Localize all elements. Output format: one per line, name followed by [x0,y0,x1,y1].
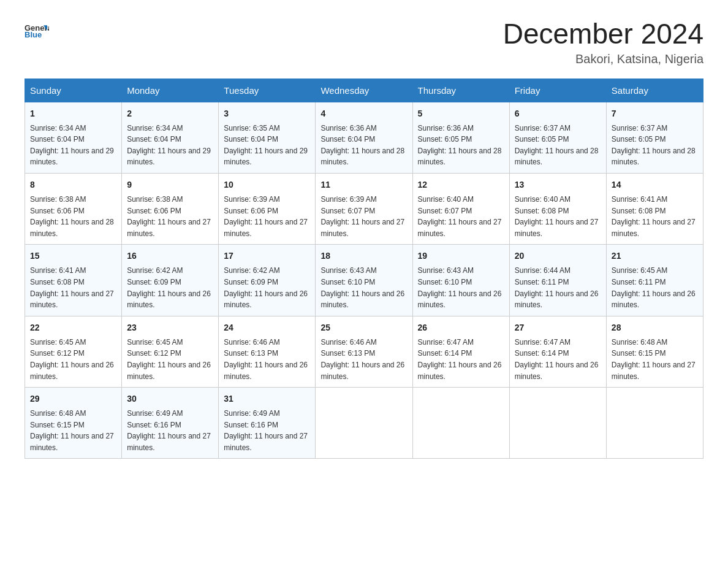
header-cell-monday: Monday [122,79,219,102]
header-cell-friday: Friday [509,79,606,102]
calendar-cell: 26Sunrise: 6:47 AMSunset: 6:14 PMDayligh… [412,316,509,387]
day-number: 8 [30,178,116,191]
day-number: 10 [224,178,310,191]
logo-icon: General Blue [25,18,49,43]
calendar-cell: 25Sunrise: 6:46 AMSunset: 6:13 PMDayligh… [316,316,412,387]
day-info: Sunrise: 6:37 AMSunset: 6:05 PMDaylight:… [612,123,698,168]
calendar-cell: 6Sunrise: 6:37 AMSunset: 6:05 PMDaylight… [509,102,606,173]
day-info: Sunrise: 6:40 AMSunset: 6:07 PMDaylight:… [418,194,504,239]
calendar-cell: 12Sunrise: 6:40 AMSunset: 6:07 PMDayligh… [412,173,509,244]
calendar-cell [606,388,703,459]
calendar-cell: 11Sunrise: 6:39 AMSunset: 6:07 PMDayligh… [316,173,412,244]
calendar-cell: 2Sunrise: 6:34 AMSunset: 6:04 PMDaylight… [122,102,219,173]
day-number: 18 [320,250,407,262]
day-number: 20 [515,250,601,262]
day-info: Sunrise: 6:42 AMSunset: 6:09 PMDaylight:… [127,265,213,310]
calendar-cell: 31Sunrise: 6:49 AMSunset: 6:16 PMDayligh… [219,388,316,459]
day-info: Sunrise: 6:42 AMSunset: 6:09 PMDaylight:… [224,265,310,310]
day-info: Sunrise: 6:39 AMSunset: 6:07 PMDaylight:… [320,194,407,239]
calendar-week-1: 1Sunrise: 6:34 AMSunset: 6:04 PMDaylight… [25,102,703,173]
calendar-week-4: 22Sunrise: 6:45 AMSunset: 6:12 PMDayligh… [25,316,703,387]
header-row: SundayMondayTuesdayWednesdayThursdayFrid… [25,79,703,102]
day-number: 30 [127,393,213,405]
day-number: 6 [515,107,601,120]
day-info: Sunrise: 6:46 AMSunset: 6:13 PMDaylight:… [320,337,407,382]
day-number: 19 [418,250,504,262]
day-info: Sunrise: 6:34 AMSunset: 6:04 PMDaylight:… [30,123,116,168]
logo: General Blue [25,18,49,43]
location-title: Bakori, Katsina, Nigeria [503,52,703,66]
calendar-cell: 20Sunrise: 6:44 AMSunset: 6:11 PMDayligh… [509,245,606,316]
day-number: 1 [30,107,116,120]
header-cell-sunday: Sunday [25,79,122,102]
day-number: 5 [418,107,504,120]
day-info: Sunrise: 6:34 AMSunset: 6:04 PMDaylight:… [127,123,213,168]
day-info: Sunrise: 6:49 AMSunset: 6:16 PMDaylight:… [224,408,310,453]
day-number: 21 [612,250,698,262]
day-info: Sunrise: 6:45 AMSunset: 6:11 PMDaylight:… [612,265,698,310]
calendar-cell [509,388,606,459]
calendar-cell: 19Sunrise: 6:43 AMSunset: 6:10 PMDayligh… [412,245,509,316]
calendar-cell: 23Sunrise: 6:45 AMSunset: 6:12 PMDayligh… [122,316,219,387]
day-number: 25 [320,321,407,334]
title-area: December 2024 Bakori, Katsina, Nigeria [503,18,703,66]
day-number: 9 [127,178,213,191]
calendar-table: SundayMondayTuesdayWednesdayThursdayFrid… [25,79,703,459]
calendar-cell: 21Sunrise: 6:45 AMSunset: 6:11 PMDayligh… [606,245,703,316]
day-info: Sunrise: 6:48 AMSunset: 6:15 PMDaylight:… [612,337,698,382]
day-number: 7 [612,107,698,120]
calendar-cell [316,388,412,459]
calendar-cell: 16Sunrise: 6:42 AMSunset: 6:09 PMDayligh… [122,245,219,316]
calendar-header: SundayMondayTuesdayWednesdayThursdayFrid… [25,79,703,102]
calendar-body: 1Sunrise: 6:34 AMSunset: 6:04 PMDaylight… [25,102,703,459]
day-info: Sunrise: 6:45 AMSunset: 6:12 PMDaylight:… [30,337,116,382]
day-number: 22 [30,321,116,334]
calendar-cell: 30Sunrise: 6:49 AMSunset: 6:16 PMDayligh… [122,388,219,459]
calendar-cell: 28Sunrise: 6:48 AMSunset: 6:15 PMDayligh… [606,316,703,387]
calendar-week-3: 15Sunrise: 6:41 AMSunset: 6:08 PMDayligh… [25,245,703,316]
day-info: Sunrise: 6:36 AMSunset: 6:05 PMDaylight:… [418,123,504,168]
svg-text:Blue: Blue [25,30,42,39]
day-number: 3 [224,107,310,120]
day-info: Sunrise: 6:38 AMSunset: 6:06 PMDaylight:… [127,194,213,239]
calendar-cell: 18Sunrise: 6:43 AMSunset: 6:10 PMDayligh… [316,245,412,316]
day-info: Sunrise: 6:41 AMSunset: 6:08 PMDaylight:… [612,194,698,239]
day-info: Sunrise: 6:45 AMSunset: 6:12 PMDaylight:… [127,337,213,382]
calendar-cell: 4Sunrise: 6:36 AMSunset: 6:04 PMDaylight… [316,102,412,173]
calendar-cell: 3Sunrise: 6:35 AMSunset: 6:04 PMDaylight… [219,102,316,173]
day-number: 14 [612,178,698,191]
calendar-cell: 14Sunrise: 6:41 AMSunset: 6:08 PMDayligh… [606,173,703,244]
day-number: 15 [30,250,116,262]
page-header: General Blue December 2024 Bakori, Katsi… [25,18,703,66]
calendar-cell: 22Sunrise: 6:45 AMSunset: 6:12 PMDayligh… [25,316,122,387]
header-cell-thursday: Thursday [412,79,509,102]
day-number: 17 [224,250,310,262]
calendar-cell: 24Sunrise: 6:46 AMSunset: 6:13 PMDayligh… [219,316,316,387]
day-number: 16 [127,250,213,262]
header-cell-wednesday: Wednesday [316,79,412,102]
day-number: 29 [30,393,116,405]
calendar-week-2: 8Sunrise: 6:38 AMSunset: 6:06 PMDaylight… [25,173,703,244]
day-number: 28 [612,321,698,334]
day-info: Sunrise: 6:49 AMSunset: 6:16 PMDaylight:… [127,408,213,453]
day-info: Sunrise: 6:48 AMSunset: 6:15 PMDaylight:… [30,408,116,453]
day-info: Sunrise: 6:35 AMSunset: 6:04 PMDaylight:… [224,123,310,168]
calendar-cell: 29Sunrise: 6:48 AMSunset: 6:15 PMDayligh… [25,388,122,459]
calendar-cell: 27Sunrise: 6:47 AMSunset: 6:14 PMDayligh… [509,316,606,387]
day-number: 26 [418,321,504,334]
day-info: Sunrise: 6:46 AMSunset: 6:13 PMDaylight:… [224,337,310,382]
calendar-cell [412,388,509,459]
day-info: Sunrise: 6:43 AMSunset: 6:10 PMDaylight:… [320,265,407,310]
day-number: 24 [224,321,310,334]
day-info: Sunrise: 6:39 AMSunset: 6:06 PMDaylight:… [224,194,310,239]
day-info: Sunrise: 6:47 AMSunset: 6:14 PMDaylight:… [418,337,504,382]
day-info: Sunrise: 6:43 AMSunset: 6:10 PMDaylight:… [418,265,504,310]
calendar-cell: 10Sunrise: 6:39 AMSunset: 6:06 PMDayligh… [219,173,316,244]
calendar-cell: 5Sunrise: 6:36 AMSunset: 6:05 PMDaylight… [412,102,509,173]
calendar-cell: 13Sunrise: 6:40 AMSunset: 6:08 PMDayligh… [509,173,606,244]
calendar-cell: 1Sunrise: 6:34 AMSunset: 6:04 PMDaylight… [25,102,122,173]
day-info: Sunrise: 6:37 AMSunset: 6:05 PMDaylight:… [515,123,601,168]
day-info: Sunrise: 6:41 AMSunset: 6:08 PMDaylight:… [30,265,116,310]
day-number: 4 [320,107,407,120]
calendar-cell: 7Sunrise: 6:37 AMSunset: 6:05 PMDaylight… [606,102,703,173]
